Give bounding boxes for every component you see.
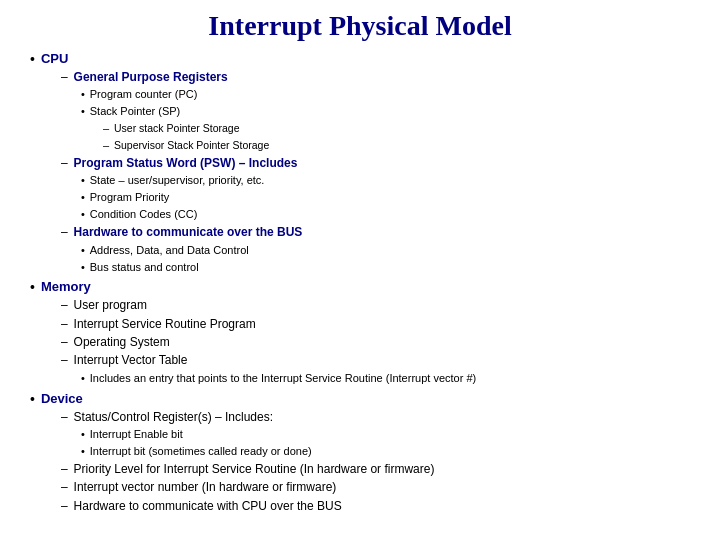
dash: – bbox=[61, 461, 68, 478]
dash: – bbox=[103, 138, 109, 154]
bullet: • bbox=[81, 260, 85, 276]
subsection-psw: – Program Status Word (PSW) – Includes •… bbox=[61, 155, 302, 223]
scr-item-1: Interrupt bit (sometimes called ready or… bbox=[90, 444, 312, 460]
bullet: • bbox=[81, 190, 85, 206]
list-item: • Bus status and control bbox=[81, 260, 302, 276]
mem-item-2: Operating System bbox=[74, 334, 170, 351]
dash-gpr: – bbox=[61, 69, 68, 86]
list-item: • Program counter (PC) bbox=[81, 87, 302, 103]
list-item: – Hardware to communicate with CPU over … bbox=[61, 498, 434, 515]
vector-note: • Includes an entry that points to the I… bbox=[81, 371, 476, 387]
dash: – bbox=[61, 316, 68, 333]
list-item: • Interrupt Enable bit bbox=[81, 427, 434, 443]
stack-pointer-subitems: – User stack Pointer Storage – Superviso… bbox=[103, 121, 302, 154]
subsection-hw: – Hardware to communicate over the BUS •… bbox=[61, 224, 302, 275]
psw-item-2: Condition Codes (CC) bbox=[90, 207, 198, 223]
dash: – bbox=[103, 121, 109, 137]
bullet: • bbox=[81, 243, 85, 259]
psw-header: – Program Status Word (PSW) – Includes bbox=[61, 155, 302, 172]
bullet: • bbox=[81, 104, 85, 120]
list-item: – Supervisor Stack Pointer Storage bbox=[103, 138, 302, 154]
scr-label: Status/Control Register(s) – Includes: bbox=[74, 409, 273, 426]
bullet: • bbox=[81, 444, 85, 460]
hw-header: – Hardware to communicate over the BUS bbox=[61, 224, 302, 241]
section-cpu: • CPU – General Purpose Registers • Prog… bbox=[30, 50, 690, 276]
list-item: • Interrupt bit (sometimes called ready … bbox=[81, 444, 434, 460]
section-memory: • Memory – User program – Interrupt Serv… bbox=[30, 278, 690, 387]
dash: – bbox=[61, 498, 68, 515]
list-item: • Address, Data, and Data Control bbox=[81, 243, 302, 259]
vector-note-block: • Includes an entry that points to the I… bbox=[81, 371, 476, 387]
list-item: • Condition Codes (CC) bbox=[81, 207, 302, 223]
sp-item-1: Supervisor Stack Pointer Storage bbox=[114, 138, 269, 153]
bullet: • bbox=[81, 427, 85, 443]
bullet: • bbox=[81, 87, 85, 103]
scr-item-0: Interrupt Enable bit bbox=[90, 427, 183, 443]
bullet: • bbox=[81, 371, 85, 387]
dash-hw: – bbox=[61, 224, 68, 241]
page: Interrupt Physical Model • CPU – General… bbox=[0, 0, 720, 540]
scr-header: – Status/Control Register(s) – Includes: bbox=[61, 409, 434, 426]
gpr-items: • Program counter (PC) • Stack Pointer (… bbox=[81, 87, 302, 154]
list-item: – User stack Pointer Storage bbox=[103, 121, 302, 137]
hw-item-0: Address, Data, and Data Control bbox=[90, 243, 249, 259]
list-item: – Interrupt Service Routine Program bbox=[61, 316, 476, 333]
vector-note-text: Includes an entry that points to the Int… bbox=[90, 371, 476, 387]
section-device: • Device – Status/Control Register(s) – … bbox=[30, 390, 690, 516]
dev-item-0: Priority Level for Interrupt Service Rou… bbox=[74, 461, 435, 478]
scr-items: • Interrupt Enable bit • Interrupt bit (… bbox=[81, 427, 434, 460]
list-item: • State – user/supervisor, priority, etc… bbox=[81, 173, 302, 189]
hw-item-1: Bus status and control bbox=[90, 260, 199, 276]
list-item: • Stack Pointer (SP) bbox=[81, 104, 302, 120]
dash: – bbox=[61, 479, 68, 496]
device-content: – Status/Control Register(s) – Includes:… bbox=[61, 409, 434, 515]
gpr-item-1: Stack Pointer (SP) bbox=[90, 104, 180, 120]
gpr-item-0: Program counter (PC) bbox=[90, 87, 198, 103]
mem-item-3: Interrupt Vector Table bbox=[74, 352, 188, 369]
list-item: – User program bbox=[61, 297, 476, 314]
gpr-header: – General Purpose Registers bbox=[61, 69, 302, 86]
bullet: • bbox=[81, 173, 85, 189]
subsection-gpr: – General Purpose Registers • Program co… bbox=[61, 69, 302, 154]
memory-label: Memory bbox=[41, 279, 91, 294]
list-item: • Program Priority bbox=[81, 190, 302, 206]
dev-item-1: Interrupt vector number (In hardware or … bbox=[74, 479, 337, 496]
sp-item-0: User stack Pointer Storage bbox=[114, 121, 239, 136]
mem-item-1: Interrupt Service Routine Program bbox=[74, 316, 256, 333]
psw-item-1: Program Priority bbox=[90, 190, 169, 206]
bullet-cpu: • bbox=[30, 50, 35, 70]
device-label: Device bbox=[41, 391, 83, 406]
hw-label: Hardware to communicate over the BUS bbox=[74, 224, 303, 241]
dash: – bbox=[61, 352, 68, 369]
bullet-memory: • bbox=[30, 278, 35, 298]
psw-items: • State – user/supervisor, priority, etc… bbox=[81, 173, 302, 223]
hw-items: • Address, Data, and Data Control • Bus … bbox=[81, 243, 302, 276]
mem-item-0: User program bbox=[74, 297, 147, 314]
page-title: Interrupt Physical Model bbox=[30, 10, 690, 42]
dev-item-2: Hardware to communicate with CPU over th… bbox=[74, 498, 342, 515]
bullet: • bbox=[81, 207, 85, 223]
list-item: – Priority Level for Interrupt Service R… bbox=[61, 461, 434, 478]
dash: – bbox=[61, 297, 68, 314]
list-item: – Operating System bbox=[61, 334, 476, 351]
list-item: – Interrupt vector number (In hardware o… bbox=[61, 479, 434, 496]
psw-item-0: State – user/supervisor, priority, etc. bbox=[90, 173, 265, 189]
bullet-device: • bbox=[30, 390, 35, 410]
list-item: – Interrupt Vector Table bbox=[61, 352, 476, 369]
content-area: • CPU – General Purpose Registers • Prog… bbox=[30, 50, 690, 518]
psw-label: Program Status Word (PSW) – Includes bbox=[74, 155, 298, 172]
gpr-label: General Purpose Registers bbox=[74, 69, 228, 86]
dash: – bbox=[61, 334, 68, 351]
dash-scr: – bbox=[61, 409, 68, 426]
cpu-label: CPU bbox=[41, 51, 68, 66]
dash-psw: – bbox=[61, 155, 68, 172]
memory-items: – User program – Interrupt Service Routi… bbox=[61, 297, 476, 387]
